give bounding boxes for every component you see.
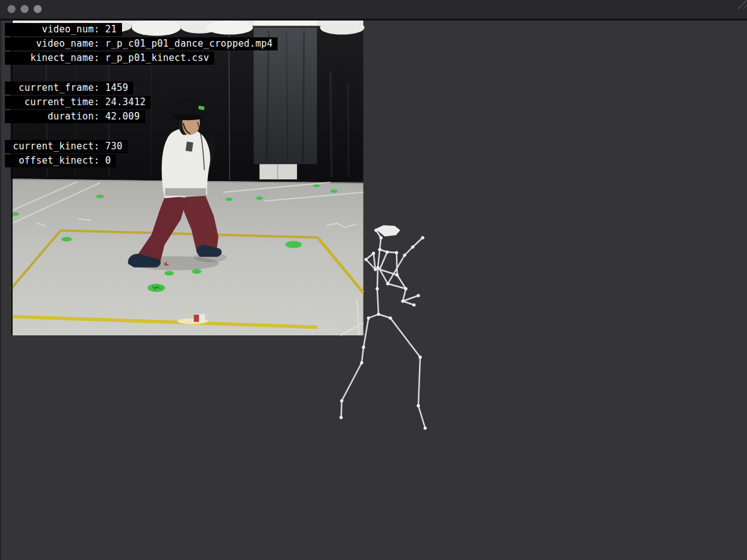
osd-field-video-num: video_num:21 [5, 23, 122, 36]
osd-label: offset_kinect: [9, 156, 100, 166]
osd-field-offset-kinect: offset_kinect:0 [5, 154, 116, 167]
video-panel: video_num:21 video_name:r_p_c01_p01_danc… [0, 21, 374, 355]
osd-value: 42.009 [105, 111, 140, 122]
osd-label: video_name: [9, 39, 100, 49]
osd-label: video_num: [9, 24, 100, 35]
osd-label: kinect_name: [9, 53, 100, 63]
window-zoom-icon[interactable] [34, 5, 42, 13]
osd-value: 1459 [105, 83, 128, 93]
floor-marker-card [194, 314, 205, 322]
window-close-icon[interactable] [7, 5, 16, 13]
osd-label: current_kinect: [9, 141, 100, 152]
osd-value: 0 [105, 156, 111, 166]
window-minimize-icon[interactable] [21, 5, 29, 13]
osd-field-duration: duration:42.009 [5, 110, 145, 123]
osd-label: current_time: [9, 97, 100, 108]
osd-field-video-name: video_name:r_p_c01_p01_dance_cropped.mp4 [5, 37, 278, 50]
osd-field-current-frame: current_frame:1459 [5, 82, 133, 95]
osd-label: current_frame: [9, 83, 100, 93]
osd-value: 24.3412 [105, 97, 146, 108]
osd-label: duration: [9, 111, 100, 122]
osd-group-video-info: video_num:21 video_name:r_p_c01_p01_danc… [5, 23, 278, 65]
osd-field-current-time: current_time:24.3412 [5, 96, 151, 109]
video-osd: video_num:21 video_name:r_p_c01_p01_danc… [5, 23, 278, 184]
osd-group-time-info: current_frame:1459 current_time:24.3412 … [5, 82, 278, 123]
osd-field-current-kinect: current_kinect:730 [5, 140, 128, 153]
osd-group-kinect-info: current_kinect:730 offset_kinect:0 [5, 140, 278, 167]
corner-glare [737, 0, 747, 10]
app-window: video_num:21 video_name:r_p_c01_p01_danc… [0, 0, 747, 560]
osd-field-kinect-name: kinect_name:r_p_p01_kinect.csv [5, 52, 214, 65]
window-controls [7, 5, 42, 13]
osd-value: r_p_p01_kinect.csv [105, 53, 209, 63]
osd-value: r_p_c01_p01_dance_cropped.mp4 [105, 39, 273, 49]
window-titlebar [0, 0, 747, 19]
osd-value: 730 [105, 141, 123, 152]
osd-value: 21 [105, 24, 117, 35]
